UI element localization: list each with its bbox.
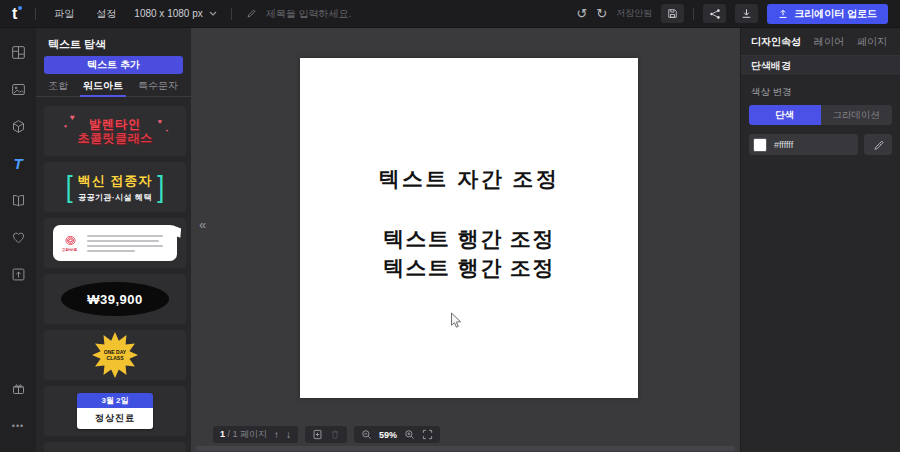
tab-wordart[interactable]: 워드아트	[83, 79, 123, 96]
page-current: 1	[220, 429, 225, 439]
zoom-out-icon[interactable]	[361, 429, 372, 440]
speech-bubble: 교환/반품	[53, 225, 177, 261]
stamp-label: 교환/반품	[62, 247, 77, 252]
page-edit-group	[305, 426, 347, 443]
share-icon	[709, 8, 721, 20]
wordart-item-partial[interactable]	[44, 442, 186, 452]
zoom-in-icon[interactable]	[404, 429, 415, 440]
sidebar-item-text[interactable]: T	[0, 145, 36, 182]
add-page-button[interactable]	[312, 429, 323, 440]
canvas-size-value: 1080 x 1080 px	[134, 8, 202, 19]
notice-sign: 3월 2일 정상진료	[77, 393, 153, 429]
template-icon	[11, 45, 26, 60]
eyedropper-button[interactable]	[864, 134, 892, 155]
design-canvas[interactable]: 텍스트 자간 조정 텍스트 행간 조정 텍스트 행간 조정	[300, 58, 638, 398]
notice-date: 3월 2일	[77, 393, 153, 408]
color-change-label: 색상 변경	[751, 86, 890, 99]
sidebar-item-uploads[interactable]	[0, 256, 36, 293]
wordart-list: ♥ ♥ ♥ ♥ 발렌타인 초콜릿클래스 [ 백신 접종자 공공기관·시설 혜택 …	[44, 106, 186, 452]
left-icon-rail: T	[0, 28, 36, 452]
menu-settings[interactable]: 설정	[92, 7, 120, 21]
add-text-button[interactable]: 텍스트 추가	[44, 56, 183, 74]
page-up-button[interactable]: ↑	[274, 429, 279, 440]
image-icon	[11, 82, 26, 97]
sidebar-item-photos[interactable]	[0, 71, 36, 108]
eyedropper-icon	[873, 139, 884, 150]
save-status: 저장안됨	[616, 7, 652, 20]
creator-upload-button[interactable]: 크리에이터 업로드	[767, 4, 888, 24]
title-editor	[246, 7, 394, 20]
page-down-button[interactable]: ↓	[286, 429, 291, 440]
leading-line2: 텍스트 행간 조정	[300, 253, 638, 282]
vaccine-title: 백신 접종자	[78, 172, 153, 190]
valentine-line2: 초콜릿클래스	[78, 131, 153, 145]
fill-type-segmented-control: 단색 그라데이션	[749, 105, 892, 125]
wordart-item-valentine[interactable]: ♥ ♥ ♥ ♥ 발렌타인 초콜릿클래스	[44, 106, 186, 156]
text-panel-tabs: 조합 워드아트 특수문자	[36, 79, 191, 97]
save-button[interactable]	[661, 4, 684, 23]
app-logo[interactable]: t	[12, 5, 21, 23]
tab-combination[interactable]: 조합	[48, 79, 68, 96]
bubble-tail	[172, 225, 181, 237]
download-button[interactable]	[735, 4, 758, 23]
delete-page-button[interactable]	[330, 429, 340, 440]
chevron-down-icon	[209, 11, 217, 16]
bubble-text-lines	[83, 235, 171, 252]
horizontal-scrollbar[interactable]	[196, 446, 735, 451]
solid-background-section-header[interactable]: 단색배경	[741, 56, 900, 76]
title-input[interactable]	[264, 7, 394, 20]
redo-button[interactable]: ↻	[596, 6, 607, 21]
heart-deco-icon: ♥	[70, 113, 75, 122]
download-icon	[741, 8, 752, 19]
properties-tabs: 디자인속성 레이어 페이지	[741, 28, 900, 56]
text-line	[87, 235, 163, 237]
tab-special-chars[interactable]: 특수문자	[138, 79, 178, 96]
canvas-text-kerning[interactable]: 텍스트 자간 조정	[300, 165, 638, 193]
gradient-fill-button[interactable]: 그라데이션	[821, 105, 893, 125]
wordart-item-oneday-class[interactable]: ONE DAY CLASS	[44, 330, 186, 380]
zoom-group: 59%	[354, 426, 440, 443]
color-value-field[interactable]: #ffffff	[749, 134, 858, 155]
element-cube-icon	[11, 119, 26, 134]
wordart-item-speech-bubble[interactable]: 교환/반품	[44, 218, 186, 268]
heart-icon	[11, 230, 26, 245]
book-icon	[11, 193, 26, 208]
tab-pages[interactable]: 페이지	[857, 35, 887, 49]
solid-fill-button[interactable]: 단색	[749, 105, 821, 125]
sidebar-item-rewards[interactable]	[0, 370, 36, 407]
gift-box-icon	[11, 381, 26, 396]
starburst-text: ONE DAY CLASS	[92, 332, 138, 378]
wordart-item-notice[interactable]: 3월 2일 정상진료	[44, 386, 186, 436]
sidebar-item-library[interactable]	[0, 182, 36, 219]
wordart-item-price[interactable]: ₩39,900	[44, 274, 186, 324]
menu-file[interactable]: 파일	[50, 7, 78, 21]
canvas-text-leading[interactable]: 텍스트 행간 조정 텍스트 행간 조정	[300, 224, 638, 282]
heart-deco-icon: ♥	[158, 118, 162, 125]
sidebar-item-elements[interactable]	[0, 108, 36, 145]
mouse-cursor-icon	[450, 312, 463, 333]
sidebar-item-favorites[interactable]	[0, 219, 36, 256]
valentine-line1: 발렌타인	[78, 117, 153, 131]
text-line	[87, 240, 159, 242]
page-total-label: / 1 페이지	[228, 429, 268, 439]
text-line	[87, 245, 163, 247]
fullscreen-icon[interactable]	[422, 429, 433, 440]
upload-icon	[778, 9, 788, 19]
divider	[231, 8, 232, 20]
logo-dot	[18, 6, 22, 10]
collapse-panel-button[interactable]: «	[199, 217, 206, 232]
tab-layers[interactable]: 레이어	[814, 35, 844, 49]
sidebar-item-more[interactable]: •••	[0, 407, 36, 444]
text-line	[87, 250, 135, 252]
leading-line1: 텍스트 행간 조정	[300, 224, 638, 253]
color-swatch[interactable]	[753, 138, 767, 152]
zoom-level[interactable]: 59%	[379, 430, 397, 440]
canvas-size-dropdown[interactable]: 1080 x 1080 px	[134, 8, 216, 19]
sidebar-item-templates[interactable]	[0, 34, 36, 71]
undo-button[interactable]: ↺	[576, 6, 587, 21]
divider	[693, 8, 694, 20]
tab-design-properties[interactable]: 디자인속성	[751, 35, 801, 49]
wordart-item-vaccine[interactable]: [ 백신 접종자 공공기관·시설 혜택 ]	[44, 162, 186, 212]
share-button[interactable]	[703, 4, 726, 23]
page-indicator: 1 / 1 페이지	[220, 428, 267, 441]
